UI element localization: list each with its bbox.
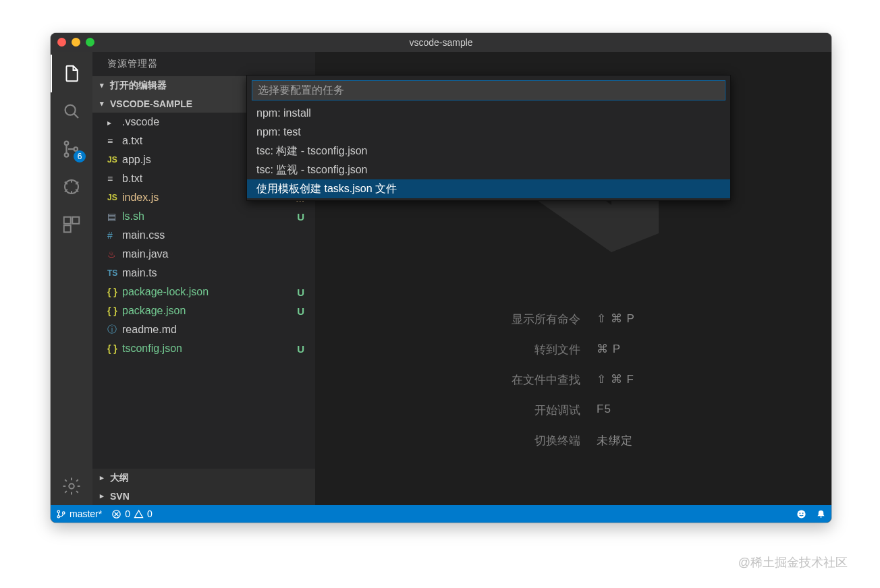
git-status-badge: U [297, 305, 304, 317]
file-item[interactable]: ♨main.java [92, 245, 315, 264]
window-title: vscode-sample [51, 37, 831, 48]
git-status-badge: U [297, 211, 304, 223]
smile-icon [796, 509, 806, 519]
scm-badge: 6 [74, 150, 86, 163]
file-item[interactable]: ▤ls.shU [92, 207, 315, 226]
quickpick-list: npm: installnpm: testtsc: 构建 - tsconfig.… [247, 104, 730, 200]
activity-debug[interactable] [51, 168, 92, 206]
status-feedback[interactable] [796, 509, 806, 519]
files-icon [61, 63, 82, 84]
svg-rect-8 [64, 225, 71, 232]
svg-point-3 [65, 153, 69, 157]
file-item[interactable]: { }tsconfig.jsonU [92, 339, 315, 358]
java-icon: ♨ [107, 249, 122, 260]
folder-icon [107, 117, 122, 127]
file-label: tsconfig.json [122, 343, 297, 355]
json-icon: { } [107, 287, 122, 297]
minimize-icon[interactable] [72, 38, 80, 47]
file-item[interactable]: { }package-lock.jsonU [92, 283, 315, 301]
shortcut-keys: ⇧ ⌘ P [597, 312, 635, 327]
shortcut-label: 在文件中查找 [512, 372, 580, 388]
statusbar: master* 0 0 [51, 505, 831, 523]
txt-icon: ≡ [107, 136, 122, 146]
css-icon: # [107, 230, 122, 241]
section-svn[interactable]: ▸SVN [92, 487, 315, 505]
txt-icon: ≡ [107, 173, 122, 184]
shortcut-keys: ⌘ P [597, 342, 635, 357]
activity-scm[interactable]: 6 [51, 130, 92, 168]
footer-credit: @稀土掘金技术社区 [738, 554, 848, 570]
activity-extensions[interactable] [51, 206, 92, 243]
json-icon: { } [107, 343, 122, 354]
file-item[interactable]: { }package.jsonU [92, 301, 315, 320]
quick-pick: npm: installnpm: testtsc: 构建 - tsconfig.… [246, 75, 731, 201]
file-label: package.json [122, 305, 297, 317]
activity-search[interactable] [51, 92, 92, 130]
file-label: main.java [122, 248, 304, 260]
svg-point-12 [63, 511, 65, 513]
git-status-badge: U [297, 343, 304, 355]
file-label: package-lock.json [122, 286, 297, 298]
bell-icon [816, 509, 826, 519]
gear-icon [61, 476, 82, 496]
svg-point-15 [799, 512, 800, 514]
quickpick-item[interactable]: npm: install [247, 104, 730, 123]
section-outline[interactable]: ▸大纲 [92, 469, 315, 487]
shortcut-label: 转到文件 [512, 342, 580, 357]
git-status-badge: U [297, 287, 304, 298]
quickpick-input[interactable] [252, 80, 725, 100]
activity-settings[interactable] [51, 467, 92, 505]
svg-point-11 [57, 515, 59, 517]
file-item[interactable]: TSmain.ts [92, 264, 315, 283]
file-item[interactable]: ⓘreadme.md [92, 320, 315, 339]
svg-line-1 [74, 114, 78, 118]
activity-explorer[interactable] [51, 55, 92, 92]
quickpick-item[interactable]: tsc: 监视 - tsconfig.json [247, 160, 730, 179]
extensions-icon [61, 214, 82, 235]
svg-rect-6 [64, 217, 71, 224]
shortcut-label: 显示所有命令 [512, 312, 580, 327]
shortcut-keys: ⇧ ⌘ F [597, 372, 635, 388]
svg-rect-7 [72, 217, 79, 224]
shortcut-label: 切换终端 [512, 433, 580, 448]
shortcut-label: 开始调试 [512, 403, 580, 418]
shortcut-keys: 未绑定 [597, 433, 635, 448]
welcome-shortcuts: 显示所有命令⇧ ⌘ P转到文件⌘ P在文件中查找⇧ ⌘ F开始调试F5切换终端未… [512, 312, 635, 448]
error-icon [111, 509, 121, 519]
js-icon: JS [107, 193, 122, 202]
file-label: readme.md [122, 324, 304, 336]
file-label: main.ts [122, 267, 304, 279]
ts-icon: TS [107, 268, 122, 278]
status-bell[interactable] [816, 509, 826, 519]
file-label: ls.sh [122, 210, 297, 223]
status-branch[interactable]: master* [56, 508, 102, 519]
activitybar: 6 [51, 52, 92, 505]
js-icon: JS [107, 155, 122, 165]
file-item[interactable]: #main.css [92, 226, 315, 245]
vscode-window: vscode-sample 6 资 [51, 33, 831, 523]
sidebar-title: 资源管理器 [92, 52, 315, 76]
json-icon: { } [107, 305, 122, 316]
sh-icon: ▤ [107, 211, 122, 222]
svg-point-9 [69, 483, 74, 489]
svg-point-16 [802, 512, 804, 514]
quickpick-item[interactable]: 使用模板创建 tasks.json 文件 [247, 179, 730, 198]
search-icon [61, 101, 82, 121]
close-icon[interactable] [57, 38, 66, 47]
maximize-icon[interactable] [86, 38, 94, 47]
svg-point-10 [57, 510, 59, 512]
quickpick-item[interactable]: tsc: 构建 - tsconfig.json [247, 142, 730, 160]
debug-icon [61, 177, 82, 197]
md-icon: ⓘ [107, 324, 122, 336]
status-problems[interactable]: 0 0 [111, 508, 153, 519]
quickpick-item[interactable]: npm: test [247, 123, 730, 142]
shortcut-keys: F5 [597, 403, 635, 418]
warning-icon [134, 509, 144, 519]
branch-icon [56, 509, 66, 519]
svg-point-0 [65, 105, 76, 115]
titlebar: vscode-sample [51, 33, 831, 52]
svg-point-2 [65, 142, 69, 146]
svg-point-14 [797, 510, 805, 518]
file-label: main.css [122, 229, 304, 241]
